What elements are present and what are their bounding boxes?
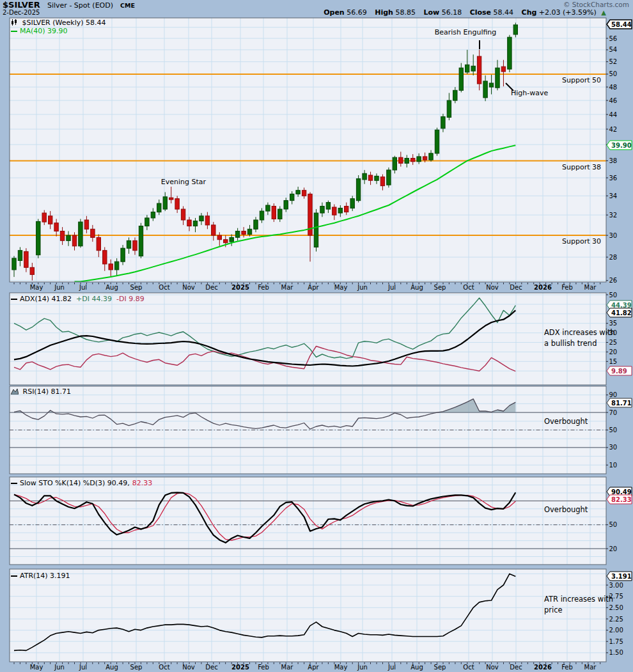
sto-d-value-text: 82.33 — [611, 496, 632, 503]
panel-bg — [10, 569, 606, 662]
candle-body — [163, 197, 167, 209]
y-axis-label: 48 — [609, 84, 618, 91]
x-axis-label: Dec — [510, 284, 522, 291]
y-axis-label: 50 — [609, 426, 618, 434]
sto-legend-text: Slow STO %K(14) %D(3) 90.49, — [20, 479, 130, 487]
adx-legend: ADX(14) 41.82+DI 44.39-DI 9.89 — [11, 295, 145, 303]
candle-body — [260, 211, 263, 220]
candle-body — [405, 159, 409, 164]
y-axis-label: 35 — [609, 320, 618, 327]
x-axis-label: Jun — [54, 284, 65, 291]
chg-value: +2.03 (+3.59%) — [539, 8, 597, 17]
candle-body — [272, 207, 276, 219]
x-axis-label: Aug — [106, 664, 118, 671]
x-axis-label: Sep — [434, 664, 446, 671]
candle-body — [380, 177, 384, 186]
x-axis-label: Aug — [410, 284, 423, 291]
x-axis-label: Dec — [205, 664, 217, 671]
candle-body — [296, 191, 300, 194]
ohlc-row: Open 56.69 High 58.85 Low 56.18 Close 58… — [324, 8, 606, 17]
x-axis-label: Mar — [584, 284, 597, 291]
y-axis-label: 1.75 — [609, 638, 623, 645]
x-axis-label: Oct — [159, 664, 169, 671]
x-axis-label: Jul — [79, 284, 87, 291]
x-axis-label: Feb — [258, 664, 269, 671]
y-axis-label: 34 — [609, 192, 618, 199]
x-axis-label: Jun — [357, 284, 368, 291]
sto-d-legend-text: 82.33 — [132, 479, 153, 487]
candle-body — [217, 235, 221, 240]
candle-body — [157, 203, 161, 212]
stockcharts-chart: MayJunJulAugSepOctNovDec2025FebMarAprMay… — [0, 0, 633, 672]
y-axis-label: 10 — [609, 462, 618, 469]
x-axis-label: May — [30, 664, 43, 671]
candle-body — [393, 157, 396, 170]
y-axis-label: 1.50 — [609, 649, 623, 656]
candle-body — [441, 116, 445, 128]
support-38-label: Support 38 — [562, 163, 601, 171]
rsi-legend-text: RSI(14) 81.71 — [23, 387, 71, 396]
rsi-value-label: 81.71 — [607, 398, 632, 407]
candle-body — [453, 90, 457, 100]
candle-body — [212, 225, 215, 235]
candle-body — [230, 237, 233, 242]
support-50-label: Support 50 — [562, 76, 601, 84]
candle-body — [447, 100, 451, 117]
x-axis-label: Apr — [308, 664, 319, 671]
x-axis-label: Mar — [281, 284, 294, 291]
support-30-label: Support 30 — [562, 237, 601, 246]
x-axis-label: Dec — [205, 284, 217, 291]
candle-body — [326, 203, 330, 210]
candle-body — [109, 264, 113, 270]
y-axis-label: 52 — [609, 58, 618, 65]
candle-body — [169, 198, 173, 199]
candle-body — [12, 258, 16, 270]
candle-body — [320, 207, 324, 214]
panel-bg — [10, 477, 606, 565]
candle-body — [477, 56, 481, 84]
candle-body — [193, 221, 197, 226]
chart-date: 2-Dec-2025 — [3, 9, 40, 16]
x-axis-label: Jul — [79, 664, 87, 671]
y-axis-label: 3.00 — [609, 582, 623, 589]
candle-body — [151, 212, 155, 218]
ma-value-label: 39.90 — [607, 141, 632, 150]
x-axis-label: 2025 — [231, 664, 249, 671]
candle-body — [145, 218, 149, 226]
candle-body — [199, 216, 203, 221]
y-axis-label: 26 — [609, 277, 618, 284]
minus-di-legend-text: -DI 9.89 — [116, 295, 145, 303]
candle-body — [368, 175, 372, 180]
candle-body — [501, 66, 505, 72]
minus-di-value-text: 9.89 — [611, 368, 627, 375]
y-axis-label: 2.00 — [609, 627, 623, 634]
x-axis-label: Feb — [561, 664, 573, 671]
x-axis-label: 2026 — [534, 284, 552, 291]
x-axis-label: Jul — [387, 284, 396, 291]
close-label: Close — [470, 8, 491, 17]
candle-body — [508, 37, 512, 69]
annotation-rsi-overbought: Overbought — [544, 416, 588, 427]
x-axis-label: Jun — [357, 664, 368, 671]
y-axis-label: 56 — [609, 35, 618, 42]
candle-body — [459, 68, 463, 90]
x-axis-label: Mar — [584, 664, 597, 671]
candle-body — [350, 199, 354, 208]
annotation-sto-overbought: Overbought — [544, 504, 588, 515]
chart-canvas: MayJunJulAugSepOctNovDec2025FebMarAprMay… — [0, 0, 633, 672]
x-axis-label: Apr — [308, 284, 319, 291]
candle-body — [24, 251, 28, 267]
ma-legend-text: MA(40) 39.90 — [20, 27, 68, 35]
open-value: 56.69 — [347, 8, 367, 17]
x-axis-label: Nov — [486, 284, 499, 291]
sto-k-value-text: 90.49 — [611, 488, 632, 496]
candle-body — [103, 251, 107, 264]
x-axis-label: Aug — [410, 664, 423, 671]
adx-note-line1: ADX increases with — [544, 327, 615, 338]
annotation-high-wave: High-wave — [511, 89, 548, 97]
candle-body — [42, 213, 46, 222]
close-value: 58.44 — [494, 8, 514, 17]
x-axis-label: 2026 — [534, 664, 552, 671]
y-axis-label: 20 — [609, 348, 618, 356]
annotation-adx-note: ADX increases with a bullish trend — [544, 327, 615, 349]
